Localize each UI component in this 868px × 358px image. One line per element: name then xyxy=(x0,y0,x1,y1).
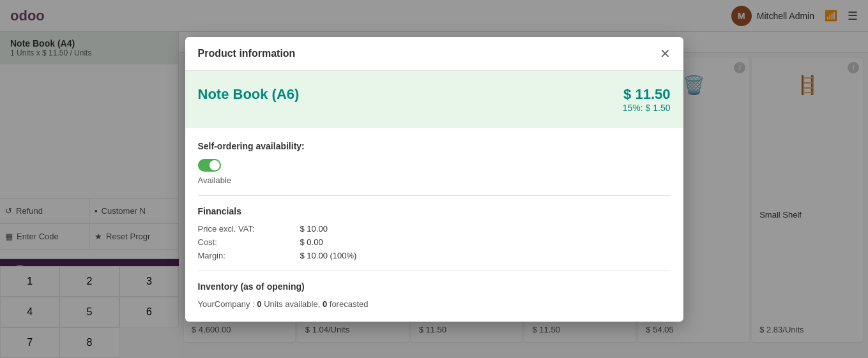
financial-row: Margin: $ 10.00 (100%) xyxy=(198,251,671,260)
inventory-text: YourCompany : 0 Units available, 0 forec… xyxy=(198,299,671,309)
toggle-row xyxy=(198,159,671,172)
price-vat-label: Price excl. VAT: xyxy=(198,224,300,234)
modal-body: Self-ordering availability: Available Fi… xyxy=(185,128,683,322)
modal-overlay[interactable]: Product information ✕ Note Book (A6) $ 1… xyxy=(0,0,868,358)
forecasted-count: 0 xyxy=(323,299,327,309)
inventory-section: Inventory (as of opening) YourCompany : … xyxy=(198,281,671,309)
available-count: 0 xyxy=(257,299,261,309)
divider-1 xyxy=(198,195,671,196)
margin-value: $ 10.00 (100%) xyxy=(300,251,357,260)
modal-header: Product information ✕ xyxy=(185,37,683,71)
company-name: YourCompany xyxy=(198,299,250,309)
modal-title: Product information xyxy=(198,48,296,59)
self-ordering-title: Self-ordering availability: xyxy=(198,141,671,151)
product-header-section: Note Book (A6) $ 11.50 15%: $ 1.50 xyxy=(185,71,683,128)
cost-value: $ 0.00 xyxy=(300,237,323,247)
inventory-title: Inventory (as of opening) xyxy=(198,281,671,292)
availability-status: Available xyxy=(198,175,671,185)
self-ordering-section: Self-ordering availability: Available xyxy=(198,141,671,185)
financials-title: Financials xyxy=(198,206,671,216)
product-info-modal: Product information ✕ Note Book (A6) $ 1… xyxy=(185,37,683,322)
price-vat-value: $ 10.00 xyxy=(300,224,328,234)
toggle-knob xyxy=(209,160,220,170)
margin-label: Margin: xyxy=(198,251,300,260)
financial-row: Cost: $ 0.00 xyxy=(198,237,671,247)
cost-label: Cost: xyxy=(198,237,300,247)
product-title: Note Book (A6) xyxy=(198,86,300,103)
financials-section: Financials Price excl. VAT: $ 10.00 Cost… xyxy=(198,206,671,260)
forecasted-text: forecasted xyxy=(330,299,369,309)
availability-toggle[interactable] xyxy=(198,159,221,172)
units-available-text: Units available, xyxy=(264,299,323,309)
financial-row: Price excl. VAT: $ 10.00 xyxy=(198,224,671,234)
product-discount: 15%: $ 1.50 xyxy=(623,103,671,113)
close-button[interactable]: ✕ xyxy=(660,47,671,60)
product-price-section: $ 11.50 15%: $ 1.50 xyxy=(623,86,671,113)
divider-2 xyxy=(198,271,671,271)
product-main-price: $ 11.50 xyxy=(623,86,671,103)
